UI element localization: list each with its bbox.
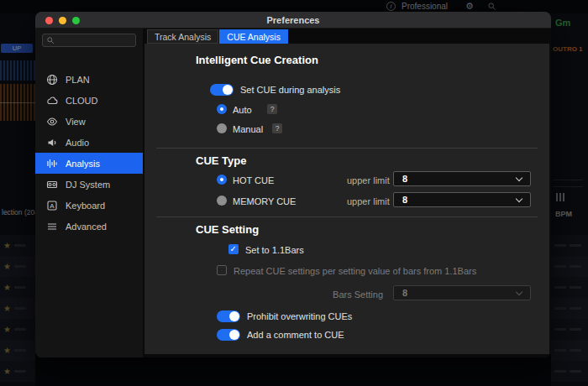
hot-cue-radio[interactable] bbox=[217, 175, 227, 185]
sidebar-item-label: Keyboard bbox=[66, 201, 105, 211]
chevron-down-icon bbox=[516, 289, 522, 295]
bars-setting-select: 8 bbox=[393, 285, 531, 300]
sidebar-item-analysis[interactable]: Analysis bbox=[35, 153, 143, 174]
sidebar-item-audio[interactable]: Audio bbox=[35, 132, 143, 153]
preferences-main: Track Analysis CUE Analysis Intelligent … bbox=[143, 29, 551, 357]
preferences-window: Preferences PLAN bbox=[35, 12, 551, 357]
bars-setting-value: 8 bbox=[402, 288, 407, 298]
waveform-icon bbox=[46, 158, 58, 170]
chevron-down-icon bbox=[516, 196, 522, 202]
cloud-icon bbox=[46, 95, 58, 107]
globe-icon bbox=[46, 74, 58, 86]
prohibit-overwrite-toggle[interactable] bbox=[217, 310, 240, 322]
minimize-button[interactable] bbox=[59, 17, 66, 24]
section-title-cue-setting: CUE Setting bbox=[196, 223, 259, 236]
sidebar-item-label: Audio bbox=[66, 138, 89, 148]
memory-cue-label: MEMORY CUE bbox=[233, 196, 296, 206]
screen: i Professional ⚙ UP lection (204 ★ ★ ★ ★… bbox=[0, 0, 588, 386]
add-comment-toggle[interactable] bbox=[217, 329, 240, 341]
bars-setting-label: Bars Setting bbox=[296, 290, 383, 300]
set-cue-toggle-label: Set CUE during analysis bbox=[240, 85, 340, 95]
tab-track-analysis[interactable]: Track Analysis bbox=[147, 29, 218, 44]
sidebar-item-label: DJ System bbox=[66, 180, 110, 190]
menu-lines-icon bbox=[46, 221, 58, 232]
sidebar-item-keyboard[interactable]: A Keyboard bbox=[35, 195, 143, 216]
sidebar-search[interactable] bbox=[42, 34, 136, 47]
add-comment-label: Add a comment to CUE bbox=[247, 330, 344, 340]
sidebar-item-label: Advanced bbox=[66, 222, 107, 232]
hot-cue-upper-limit-label: upper limit bbox=[347, 175, 390, 185]
set-cue-toggle[interactable] bbox=[210, 84, 234, 96]
divider bbox=[156, 216, 538, 217]
hot-cue-limit-value: 8 bbox=[402, 174, 407, 184]
memory-cue-limit-value: 8 bbox=[402, 195, 407, 205]
memory-cue-upper-limit-label: upper limit bbox=[347, 196, 390, 206]
sidebar-item-plan[interactable]: PLAN bbox=[35, 69, 143, 90]
hot-cue-limit-select[interactable]: 8 bbox=[393, 171, 531, 186]
manual-radio[interactable] bbox=[217, 123, 227, 133]
tab-cue-analysis[interactable]: CUE Analysis bbox=[219, 29, 288, 44]
zoom-button[interactable] bbox=[72, 17, 80, 24]
memory-cue-limit-select[interactable]: 8 bbox=[393, 192, 531, 207]
chevron-down-icon bbox=[516, 175, 522, 181]
auto-radio-label: Auto bbox=[233, 105, 252, 115]
analysis-tabs: Track Analysis CUE Analysis bbox=[147, 29, 288, 44]
manual-radio-label: Manual bbox=[233, 124, 263, 134]
divider bbox=[156, 148, 538, 149]
speaker-icon bbox=[46, 137, 58, 149]
sidebar-item-label: CLOUD bbox=[66, 96, 98, 106]
sidebar-item-view[interactable]: View bbox=[35, 111, 143, 132]
keyboard-icon: A bbox=[46, 200, 58, 211]
memory-cue-radio[interactable] bbox=[217, 196, 227, 206]
section-title-intelligent-cue: Intelligent Cue Creation bbox=[196, 54, 318, 66]
sidebar-item-advanced[interactable]: Advanced bbox=[35, 216, 143, 237]
close-button[interactable] bbox=[45, 17, 53, 24]
auto-help-icon[interactable]: ? bbox=[267, 104, 277, 114]
manual-help-icon[interactable]: ? bbox=[272, 123, 282, 133]
sidebar-item-dj-system[interactable]: DJ System bbox=[35, 174, 143, 195]
sidebar-item-label: View bbox=[66, 117, 86, 127]
svg-text:A: A bbox=[50, 202, 55, 210]
window-title: Preferences bbox=[35, 12, 551, 29]
repeat-cue-checkbox[interactable] bbox=[217, 265, 227, 275]
eye-icon bbox=[46, 116, 58, 128]
dj-device-icon bbox=[46, 179, 58, 190]
preferences-sidebar: PLAN CLOUD View Audio bbox=[35, 29, 143, 357]
repeat-cue-label: Repeat CUE settings per setting value of… bbox=[234, 266, 476, 276]
sidebar-item-label: PLAN bbox=[66, 75, 90, 85]
sidebar-item-cloud[interactable]: CLOUD bbox=[35, 90, 143, 111]
section-title-cue-type: CUE Type bbox=[196, 154, 246, 167]
sidebar-item-label: Analysis bbox=[66, 159, 100, 169]
set-bars-label: Set to 1.1Bars bbox=[245, 245, 304, 255]
window-titlebar[interactable]: Preferences bbox=[35, 12, 551, 29]
hot-cue-label: HOT CUE bbox=[233, 175, 274, 185]
cue-analysis-panel: Intelligent Cue Creation Set CUE during … bbox=[144, 44, 549, 354]
auto-radio[interactable] bbox=[217, 104, 227, 114]
set-bars-checkbox[interactable] bbox=[228, 244, 239, 254]
prohibit-overwrite-label: Prohibit overwriting CUEs bbox=[247, 311, 352, 321]
search-input[interactable] bbox=[57, 36, 135, 45]
search-icon bbox=[46, 33, 55, 48]
